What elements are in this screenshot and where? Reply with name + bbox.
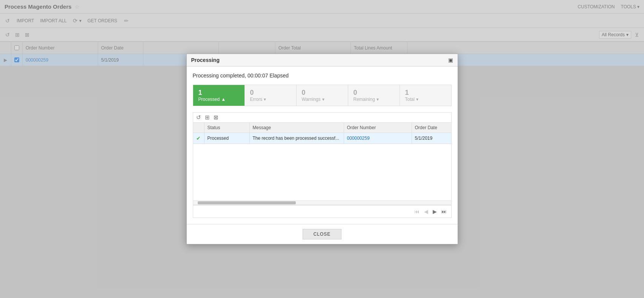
stat-errors-label: Errors ▾	[250, 97, 291, 102]
stat-total[interactable]: 1 Total ▾	[400, 85, 451, 106]
errors-chevron-icon: ▾	[264, 97, 266, 102]
stat-warnings-label: Warnings ▾	[302, 97, 343, 102]
first-page-button[interactable]: ⏮	[413, 208, 421, 215]
modal-close-icon[interactable]: ▣	[448, 57, 453, 63]
remaining-chevron-icon: ▾	[377, 97, 379, 102]
inner-refresh-icon[interactable]: ↺	[196, 114, 201, 121]
inner-row-check-cell: ✔	[193, 133, 204, 144]
inner-table-row: ✔ Processed The record has been processe…	[193, 133, 451, 144]
last-page-button[interactable]: ⏭	[440, 208, 448, 215]
check-icon: ✔	[196, 135, 201, 141]
modal-body: Processing completed, 00:00:07 Elapsed 1…	[187, 66, 458, 224]
warnings-chevron-icon: ▾	[322, 97, 324, 102]
inner-toolbar: ↺ ⊞ ⊠	[193, 113, 451, 123]
stat-remaining-label: Remaining ▾	[354, 97, 394, 102]
processing-modal: Processing ▣ Processing completed, 00:00…	[186, 54, 458, 244]
inner-col-status: Status	[204, 123, 250, 133]
stat-total-label: Total ▾	[405, 97, 446, 102]
modal-overlay: Processing ▣ Processing completed, 00:00…	[0, 0, 644, 298]
scrollbar-thumb[interactable]	[198, 201, 296, 204]
processed-chevron-icon: ▲	[221, 97, 226, 102]
inner-row-status-cell: Processed	[204, 133, 250, 144]
inner-col-order-number: Order Number	[344, 123, 412, 133]
modal-footer: CLOSE	[187, 224, 458, 244]
stat-remaining[interactable]: 0 Remaining ▾	[348, 85, 400, 106]
processing-message: Processing completed, 00:00:07 Elapsed	[193, 73, 452, 79]
stat-processed-label: Processed ▲	[198, 97, 239, 102]
horizontal-scrollbar[interactable]	[193, 201, 451, 205]
next-page-button[interactable]: ▶	[431, 208, 438, 215]
stat-errors-number: 0	[250, 89, 291, 97]
inner-col-icon	[193, 123, 204, 133]
stat-total-number: 1	[405, 89, 446, 97]
stat-warnings-number: 0	[302, 89, 343, 97]
inner-grid-icon[interactable]: ⊠	[214, 114, 218, 121]
inner-col-order-date: Order Date	[412, 123, 457, 133]
close-button[interactable]: CLOSE	[303, 229, 342, 239]
inner-table-header: Status Message Order Number Order Date	[193, 123, 451, 133]
inner-table-container: ↺ ⊞ ⊠ Status Message Order Number Order …	[193, 112, 452, 218]
prev-page-button[interactable]: ◀	[423, 208, 430, 215]
stat-processed-number: 1	[198, 89, 239, 97]
modal-header: Processing ▣	[187, 54, 458, 66]
stats-row: 1 Processed ▲ 0 Errors ▾ 0 Wa	[193, 85, 452, 106]
inner-table-body	[193, 144, 451, 201]
stat-warnings[interactable]: 0 Warnings ▾	[297, 85, 348, 106]
inner-order-date-value: 5/1/2019	[415, 136, 433, 141]
inner-row-order-date-cell: 5/1/2019	[412, 133, 457, 144]
pagination: ⏮ ◀ ▶ ⏭	[193, 205, 451, 218]
message-value: The record has been processed successf..…	[253, 136, 339, 141]
stat-errors[interactable]: 0 Errors ▾	[245, 85, 297, 106]
stat-processed[interactable]: 1 Processed ▲	[193, 85, 245, 106]
inner-row-message-cell: The record has been processed successf..…	[250, 133, 344, 144]
status-value: Processed	[207, 136, 229, 141]
modal-title: Processing	[191, 57, 220, 63]
inner-order-number-link[interactable]: 000000259	[347, 136, 370, 141]
inner-col-message: Message	[250, 123, 344, 133]
inner-fit-icon[interactable]: ⊞	[205, 114, 210, 121]
total-chevron-icon: ▾	[416, 97, 418, 102]
stat-remaining-number: 0	[354, 89, 394, 97]
inner-row-order-number-cell: 000000259	[344, 133, 412, 144]
